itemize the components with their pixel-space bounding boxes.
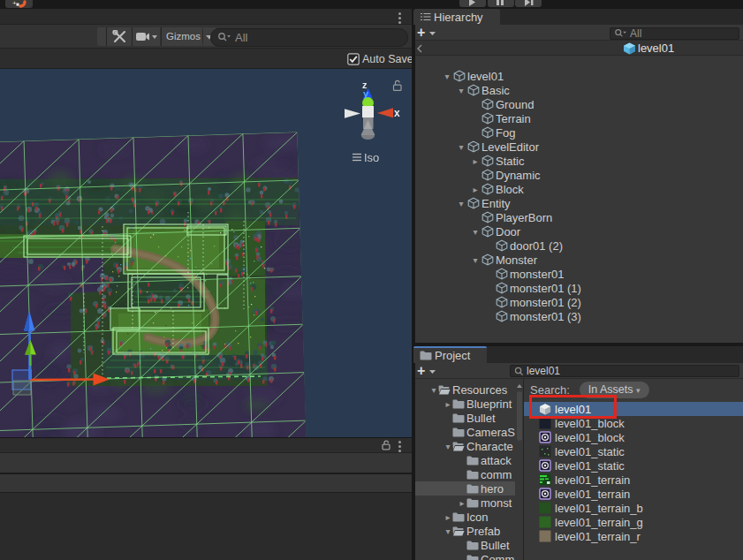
svg-text:x: x (394, 107, 400, 119)
svg-text:Iso: Iso (364, 151, 379, 164)
svg-text:+: + (12, 0, 17, 7)
